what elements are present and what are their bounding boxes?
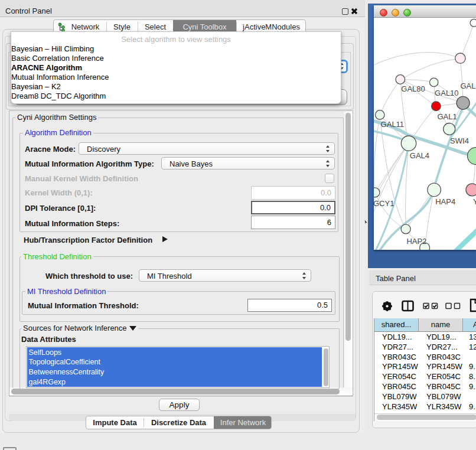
svg-text:GCY1: GCY1 <box>374 199 394 208</box>
svg-text:GAL11: GAL11 <box>381 120 405 129</box>
svg-text:GAL4: GAL4 <box>410 151 429 160</box>
svg-text:SWI4: SWI4 <box>450 136 469 145</box>
svg-text:GAL1: GAL1 <box>438 112 457 121</box>
svg-text:GAL80: GAL80 <box>401 84 425 93</box>
svg-text:HAP2: HAP2 <box>406 237 426 246</box>
svg-text:YB: YB <box>473 197 476 206</box>
svg-text:GAL10: GAL10 <box>435 89 458 97</box>
svg-text:GAL7: GAL7 <box>460 81 476 90</box>
svg-text:HAP4: HAP4 <box>435 197 455 206</box>
